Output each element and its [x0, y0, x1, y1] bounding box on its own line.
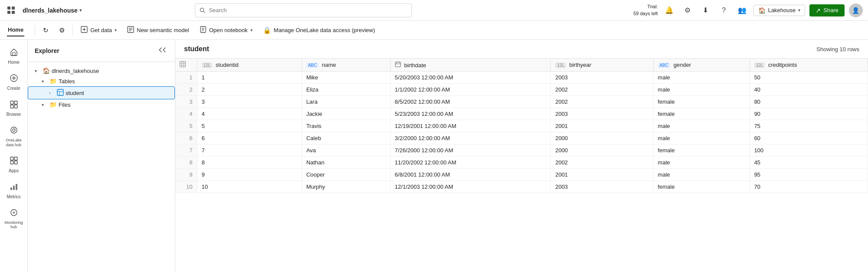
create-icon [10, 74, 18, 85]
cell-name: Ava [302, 144, 390, 157]
notifications-button[interactable]: 🔔 [662, 3, 676, 17]
tree-files-folder[interactable]: ▾ 📁 Files [28, 99, 175, 110]
cell-birthdate: 7/26/2000 12:00:00 AM [390, 144, 551, 157]
explorer-panel: Explorer ▾ 🏠 dlnerds_lakehouse ▾ 📁 Table… [28, 40, 175, 272]
notebook-chevron-icon: ▾ [250, 28, 253, 33]
cell-birthdate: 11/20/2002 12:00:00 AM [390, 157, 551, 169]
cell-creditpoints: 45 [750, 157, 868, 169]
col-header-birthdate: birthdate [390, 59, 551, 72]
cell-rownum: 8 [175, 157, 197, 169]
col-header-gender: ABC gender [653, 59, 750, 72]
svg-rect-22 [14, 105, 17, 108]
cell-studentid: 5 [197, 120, 302, 132]
tree-table-student[interactable]: › student ··· [28, 86, 175, 99]
ribbon-divider-1 [35, 25, 35, 36]
table-row: 7 7 Ava 7/26/2000 12:00:00 AM 2000 femal… [175, 144, 868, 157]
cell-gender: female [653, 96, 750, 108]
cell-name: Travis [302, 120, 390, 132]
cell-gender: male [653, 120, 750, 132]
table-row: 9 9 Cooper 6/8/2001 12:00:00 AM 2001 mal… [175, 169, 868, 181]
settings-button[interactable]: ⚙ [681, 3, 694, 17]
cell-gender: male [653, 169, 750, 181]
cell-birthdate: 5/20/2003 12:00:00 AM [390, 72, 551, 84]
table-row: 1 1 Mike 5/20/2003 12:00:00 AM 2003 male… [175, 72, 868, 84]
cell-birthyear: 2002 [551, 157, 653, 169]
cell-gender: male [653, 84, 750, 96]
avatar[interactable]: 👤 [849, 3, 863, 17]
tables-chevron-icon: ▾ [42, 79, 48, 84]
sidebar-item-monitoring[interactable]: Monitoring hub [2, 205, 26, 233]
share-people-button[interactable]: 👥 [735, 3, 749, 17]
lock-icon: 🔒 [263, 26, 271, 34]
ribbon-settings-button[interactable]: ⚙ [55, 24, 69, 36]
cell-name: Cooper [302, 169, 390, 181]
tree-workspace[interactable]: ▾ 🏠 dlnerds_lakehouse [28, 66, 175, 76]
workspace-chevron-icon: ▾ [35, 69, 41, 73]
help-button[interactable]: ? [717, 3, 731, 17]
cell-rownum: 5 [175, 120, 197, 132]
tab-home[interactable]: Home [7, 24, 24, 36]
table-icon [57, 89, 64, 97]
sidebar-item-home[interactable]: Home [2, 44, 26, 69]
search-input[interactable] [209, 7, 407, 13]
sidebar-item-metrics[interactable]: Metrics [2, 179, 26, 203]
new-semantic-model-button[interactable]: New semantic model [123, 24, 194, 36]
grid-menu-icon[interactable] [5, 4, 17, 16]
refresh-icon: ↻ [43, 26, 49, 34]
svg-line-5 [204, 11, 205, 13]
svg-rect-34 [57, 89, 63, 95]
cell-studentid: 7 [197, 144, 302, 157]
svg-rect-28 [14, 161, 17, 164]
data-table: 12L studentid ABC name birthdate [175, 59, 868, 193]
svg-rect-0 [7, 7, 10, 10]
share-button[interactable]: ↗ Share [809, 4, 845, 16]
cell-studentid: 9 [197, 169, 302, 181]
svg-rect-42 [395, 62, 401, 67]
table-row: 10 10 Murphy 12/1/2003 12:00:00 AM 2003 … [175, 181, 868, 193]
cell-birthdate: 8/5/2002 12:00:00 AM [390, 96, 551, 108]
svg-rect-27 [10, 161, 13, 164]
sidebar-item-browse[interactable]: Browse [2, 96, 26, 121]
cell-rownum: 4 [175, 108, 197, 120]
left-nav: Home Create Browse OneLake data hub Apps [0, 40, 28, 272]
col-header-name: ABC name [302, 59, 390, 72]
apps-icon [10, 156, 18, 167]
svg-rect-3 [12, 11, 15, 14]
table-row: 2 2 Eliza 1/1/2002 12:00:00 AM 2002 male… [175, 84, 868, 96]
explorer-collapse-button[interactable] [157, 44, 168, 57]
open-notebook-button[interactable]: Open notebook ▾ [195, 24, 257, 36]
cell-rownum: 10 [175, 181, 197, 193]
table-row: 5 5 Travis 12/19/2001 12:00:00 AM 2001 m… [175, 120, 868, 132]
cell-studentid: 6 [197, 132, 302, 144]
cell-birthdate: 6/8/2001 12:00:00 AM [390, 169, 551, 181]
ribbon-refresh-button[interactable]: ↻ [39, 24, 53, 36]
cell-name: Lara [302, 96, 390, 108]
manage-onelake-button[interactable]: 🔒 Manage OneLake data access (preview) [259, 24, 379, 36]
svg-rect-31 [16, 184, 17, 190]
cell-studentid: 10 [197, 181, 302, 193]
get-data-button[interactable]: Get data ▾ [76, 24, 121, 36]
table-row: 8 8 Nathan 11/20/2002 12:00:00 AM 2002 m… [175, 157, 868, 169]
svg-rect-1 [12, 7, 15, 10]
cell-birthdate: 12/19/2001 12:00:00 AM [390, 120, 551, 132]
cell-birthyear: 2003 [551, 108, 653, 120]
lakehouse-switcher[interactable]: 🏠 Lakehouse ▾ [753, 5, 806, 16]
cell-birthyear: 2000 [551, 132, 653, 144]
cell-studentid: 1 [197, 72, 302, 84]
workspace-name[interactable]: dlnerds_lakehouse ▾ [23, 7, 82, 14]
sidebar-item-apps[interactable]: Apps [2, 153, 26, 177]
svg-rect-20 [14, 101, 17, 104]
settings-icon: ⚙ [59, 26, 65, 34]
data-table-wrapper[interactable]: 12L studentid ABC name birthdate [175, 59, 868, 272]
tree-tables-folder[interactable]: ▾ 📁 Tables [28, 76, 175, 86]
onelake-icon [10, 126, 18, 137]
search-box[interactable] [195, 3, 412, 17]
svg-rect-21 [10, 105, 13, 108]
cell-creditpoints: 60 [750, 132, 868, 144]
svg-rect-25 [10, 157, 13, 160]
download-button[interactable]: ⬇ [699, 3, 713, 17]
cell-rownum: 9 [175, 169, 197, 181]
sidebar-item-create[interactable]: Create [2, 70, 26, 95]
sidebar-item-onelake[interactable]: OneLake data hub [2, 122, 26, 151]
col-header-birthyear: 12L birthyear [551, 59, 653, 72]
